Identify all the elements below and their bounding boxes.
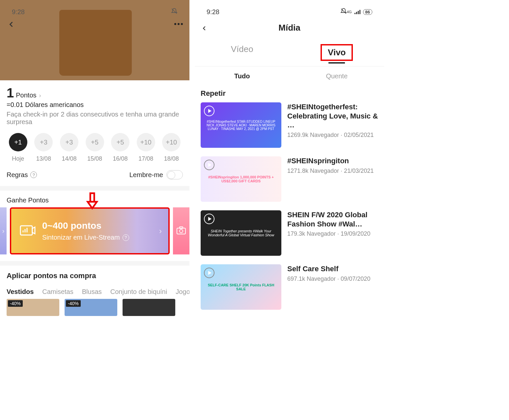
day-circle: +5: [86, 133, 104, 151]
day-label: 16/08: [113, 155, 128, 162]
tab-video[interactable]: Vídeo: [195, 38, 290, 66]
svg-marker-7: [32, 227, 35, 234]
media-thumbnail: SHEIN Together presents #Walk Your Wonde…: [201, 210, 281, 256]
tab-conjunto[interactable]: Conjunto de biquíni: [110, 288, 167, 296]
media-subtabs: Tudo Quente: [195, 66, 384, 86]
more-icon[interactable]: [174, 23, 183, 25]
earn-card-title: 0~400 pontos: [42, 221, 129, 231]
product-card[interactable]: [123, 299, 175, 316]
day-4[interactable]: +516/08: [109, 133, 132, 162]
media-list: #SHEINtogetherfest STAR-STUDDED LINEUP N…: [195, 102, 384, 310]
status-bar: 9:28: [0, 8, 189, 16]
earn-card-prev-peek[interactable]: ›: [0, 207, 7, 254]
annotation-highlight-box: Vivo: [321, 44, 353, 61]
chevron-right-icon: ›: [159, 226, 162, 236]
points-row[interactable]: 1 Pontos ›: [7, 86, 183, 100]
remind-row: Lembre-me: [129, 170, 183, 179]
svg-rect-12: [354, 13, 355, 14]
hero-image: 9:28: [0, 0, 189, 80]
rules-label: Regras: [7, 171, 28, 179]
status-bar: 9:28 4G 86: [195, 0, 384, 16]
svg-rect-1: [90, 193, 94, 202]
day-3[interactable]: +515/08: [83, 133, 106, 162]
day-circle: +10: [137, 133, 155, 151]
chevron-right-icon: ›: [2, 227, 5, 235]
day-2[interactable]: +314/08: [58, 133, 81, 162]
media-thumbnail: SELF-CARE SHELF 20K Points FLASH SALE: [201, 264, 281, 310]
day-circle: +3: [34, 133, 53, 151]
day-circle: +1: [9, 133, 27, 151]
mute-icon: [171, 8, 178, 16]
tab-jogos[interactable]: Jogos: [176, 288, 189, 296]
svg-rect-13: [356, 12, 357, 14]
subtab-tudo[interactable]: Tudo: [195, 72, 290, 80]
day-circle: +5: [111, 133, 129, 151]
day-label: 17/08: [138, 155, 153, 162]
status-time: 9:28: [207, 8, 337, 16]
media-meta: 697.1k Navegador · 09/07/2020: [287, 276, 378, 282]
camera-icon: [176, 226, 186, 236]
status-time: 9:28: [12, 8, 168, 16]
discount-badge: -40%: [66, 300, 81, 307]
points-count: 1: [7, 86, 14, 100]
play-icon: [204, 160, 214, 170]
network-label: 4G: [347, 10, 352, 14]
points-usd: =0.01 Dólares americanos: [7, 101, 183, 109]
media-title: #SHEINtogetherfest: Celebrating Love, Mu…: [287, 102, 378, 130]
rules-link[interactable]: Regras ?: [7, 171, 37, 179]
tab-blusas[interactable]: Blusas: [82, 288, 102, 296]
media-tabs: Vídeo Vivo: [195, 38, 384, 66]
apply-points-title: Aplicar pontos na compra: [7, 272, 183, 280]
day-label: 15/08: [87, 155, 102, 162]
play-icon: [204, 106, 214, 116]
tab-camisetas[interactable]: Camisetas: [42, 288, 73, 296]
product-card[interactable]: -40%: [65, 299, 117, 316]
day-1[interactable]: +313/08: [32, 133, 55, 162]
tab-vivo[interactable]: Vivo: [290, 38, 384, 66]
livestream-icon: [20, 224, 36, 238]
media-title: #SHEINspringiton: [287, 156, 378, 166]
products-row: -40% -40%: [0, 299, 189, 316]
day-0[interactable]: +1Hoje: [7, 133, 30, 162]
help-icon: ?: [123, 234, 129, 241]
day-circle: +10: [162, 133, 181, 151]
svg-rect-15: [359, 10, 360, 14]
checkin-row: +1Hoje +313/08 +314/08 +515/08 +516/08 +…: [0, 127, 189, 165]
signal-icon: [354, 8, 360, 16]
left-screen: 9:28 1 Pontos › =0.01 Dólares americanos…: [0, 0, 189, 316]
discount-badge: -40%: [8, 300, 23, 307]
media-item[interactable]: #SHEINtogetherfest STAR-STUDDED LINEUP N…: [201, 102, 378, 148]
earn-card-livestream[interactable]: 0~400 pontos Sintonizar em Live-Stream ?…: [10, 207, 170, 254]
points-label: Pontos: [16, 92, 36, 99]
category-tabs: Vestidos Camisetas Blusas Conjunto de bi…: [0, 283, 189, 299]
back-button[interactable]: [201, 25, 208, 33]
earn-card-next-peek[interactable]: [173, 207, 189, 254]
back-button[interactable]: [7, 20, 16, 30]
rules-row: Regras ? Lembre-me: [0, 165, 189, 186]
chevron-right-icon: ›: [39, 92, 41, 99]
play-icon: [204, 268, 214, 278]
day-label: Hoje: [12, 155, 24, 162]
media-item[interactable]: SHEIN Together presents #Walk Your Wonde…: [201, 210, 378, 256]
day-5[interactable]: +1017/08: [134, 133, 157, 162]
subtab-quente[interactable]: Quente: [290, 72, 384, 80]
svg-point-9: [180, 229, 183, 233]
annotation-arrow-down-icon: [86, 192, 99, 212]
day-circle: +3: [60, 133, 78, 151]
remind-toggle[interactable]: [166, 170, 183, 179]
earn-cards-carousel[interactable]: › 0~400 pontos Sintonizar em Live-Stream…: [0, 207, 189, 261]
svg-rect-10: [180, 227, 183, 228]
product-card[interactable]: -40%: [7, 299, 59, 316]
media-meta: 1269.9k Navegador · 02/05/2021: [287, 132, 378, 139]
media-title: SHEIN F/W 2020 Global Fashion Show #Wal…: [287, 210, 378, 228]
points-section: 1 Pontos › =0.01 Dólares americanos Faça…: [0, 80, 189, 127]
media-meta: 179.3k Navegador · 19/09/2020: [287, 230, 378, 237]
media-item[interactable]: SELF-CARE SHELF 20K Points FLASH SALE Se…: [201, 264, 378, 310]
day-label: 14/08: [62, 155, 76, 162]
apply-points-section: Aplicar pontos na compra: [0, 266, 189, 283]
day-6[interactable]: +1018/08: [160, 133, 183, 162]
day-label: 13/08: [36, 155, 51, 162]
play-icon: [204, 214, 214, 224]
tab-vestidos[interactable]: Vestidos: [7, 288, 34, 296]
media-item[interactable]: #SHEINspringiton 1,000,000 POINTS + US$2…: [201, 156, 378, 202]
